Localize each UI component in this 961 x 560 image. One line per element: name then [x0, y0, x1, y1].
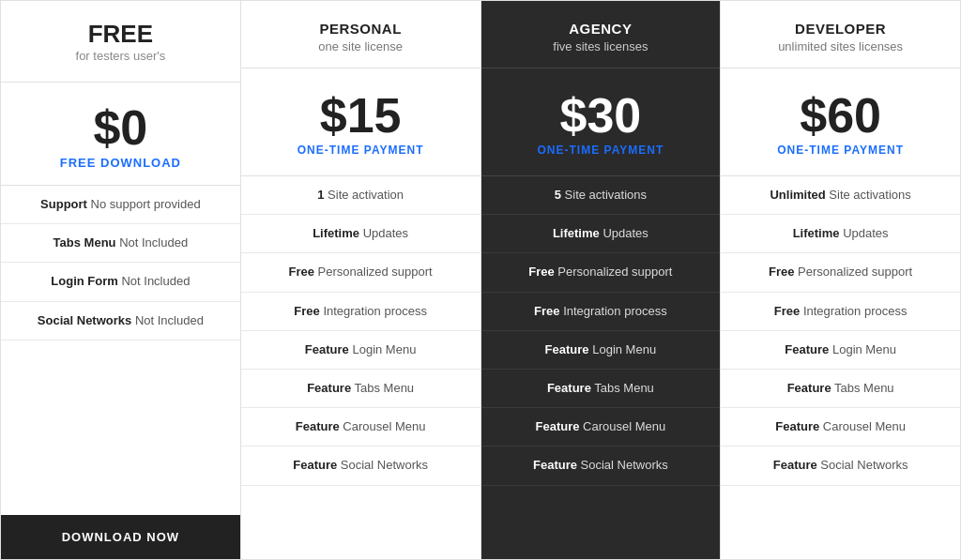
free-plan-header: FREE for testers user's — [1, 1, 240, 83]
personal-plan-header: PERSONAL one site license — [241, 1, 480, 68]
developer-plan-name: DEVELOPER — [730, 21, 951, 37]
personal-plan-column: PERSONAL one site license $15 ONE-TIME P… — [241, 1, 481, 559]
free-feature-login-text: Not Included — [118, 274, 191, 288]
agency-price-label: ONE-TIME PAYMENT — [491, 144, 711, 157]
agency-feature-7: Feature Carousel Menu — [481, 408, 721, 446]
free-feature-tabs: Tabs Menu Not Included — [1, 224, 240, 263]
agency-feature-6: Feature Tabs Menu — [481, 370, 721, 408]
developer-price-area: $60 ONE-TIME PAYMENT — [721, 68, 960, 176]
developer-feature-1: Unlimited Site activations — [721, 176, 960, 215]
free-feature-support-text: No support provided — [87, 197, 201, 211]
personal-feature-7: Feature Carousel Menu — [241, 408, 480, 446]
personal-price-area: $15 ONE-TIME PAYMENT — [241, 68, 480, 176]
developer-feature-7: Feature Carousel Menu — [721, 408, 960, 446]
free-feature-login-bold: Login Form — [51, 274, 118, 288]
developer-feature-3: Free Personalized support — [721, 253, 960, 292]
personal-price-amount: $15 — [251, 91, 471, 140]
developer-feature-2: Lifetime Updates — [721, 215, 960, 253]
agency-plan-header: AGENCY five sites licenses — [481, 1, 721, 68]
free-feature-tabs-bold: Tabs Menu — [53, 235, 116, 250]
developer-price-amount: $60 — [730, 91, 951, 140]
free-feature-social: Social Networks Not Included — [1, 302, 240, 341]
free-price-area: $0 FREE DOWNLOAD — [1, 83, 240, 186]
agency-feature-2: Lifetime Updates — [481, 215, 721, 253]
agency-plan-subtitle: five sites licenses — [491, 39, 711, 53]
personal-feature-4: Free Integration process — [241, 293, 480, 331]
developer-feature-6: Feature Tabs Menu — [721, 370, 960, 408]
developer-feature-4: Free Integration process — [721, 293, 960, 331]
developer-feature-8: Feature Social Networks — [721, 446, 960, 485]
free-feature-support: Support No support provided — [1, 186, 240, 224]
agency-price-amount: $30 — [491, 91, 711, 140]
download-now-button[interactable]: DOWNLOAD NOW — [1, 515, 240, 559]
free-plan-subtitle: for testers user's — [14, 49, 227, 63]
agency-feature-4: Free Integration process — [481, 293, 721, 331]
agency-plan-name: AGENCY — [491, 21, 711, 37]
free-plan-name: FREE — [14, 20, 227, 49]
agency-plan-column: AGENCY five sites licenses $30 ONE-TIME … — [481, 1, 722, 559]
free-price-amount: $0 — [14, 99, 227, 156]
personal-feature-8: Feature Social Networks — [241, 446, 480, 485]
personal-price-label: ONE-TIME PAYMENT — [251, 144, 471, 157]
personal-feature-1: 1 Site activation — [241, 176, 480, 215]
personal-feature-6: Feature Tabs Menu — [241, 370, 480, 408]
free-feature-login: Login Form Not Included — [1, 263, 240, 301]
free-feature-social-text: Not Included — [131, 313, 204, 327]
personal-plan-name: PERSONAL — [251, 21, 471, 37]
free-feature-tabs-text: Not Included — [116, 235, 189, 250]
personal-feature-2: Lifetime Updates — [241, 215, 480, 253]
free-feature-social-bold: Social Networks — [38, 313, 131, 327]
developer-price-label: ONE-TIME PAYMENT — [730, 144, 951, 157]
personal-feature-3: Free Personalized support — [241, 253, 480, 292]
agency-feature-5: Feature Login Menu — [481, 331, 721, 370]
agency-feature-1: 5 Site activations — [481, 176, 721, 215]
personal-feature-5: Feature Login Menu — [241, 331, 480, 370]
personal-plan-subtitle: one site license — [251, 39, 471, 53]
developer-plan-subtitle: unlimited sites licenses — [730, 39, 951, 53]
developer-plan-header: DEVELOPER unlimited sites licenses — [721, 1, 960, 68]
free-price-label: FREE DOWNLOAD — [14, 156, 227, 170]
agency-price-area: $30 ONE-TIME PAYMENT — [481, 68, 721, 176]
free-plan-column: FREE for testers user's $0 FREE DOWNLOAD… — [1, 1, 241, 559]
agency-feature-8: Feature Social Networks — [481, 446, 721, 485]
agency-feature-3: Free Personalized support — [481, 253, 721, 292]
developer-plan-column: DEVELOPER unlimited sites licenses $60 O… — [721, 1, 960, 559]
pricing-table: FREE for testers user's $0 FREE DOWNLOAD… — [0, 0, 961, 560]
free-feature-support-bold: Support — [40, 197, 87, 211]
developer-feature-5: Feature Login Menu — [721, 331, 960, 370]
